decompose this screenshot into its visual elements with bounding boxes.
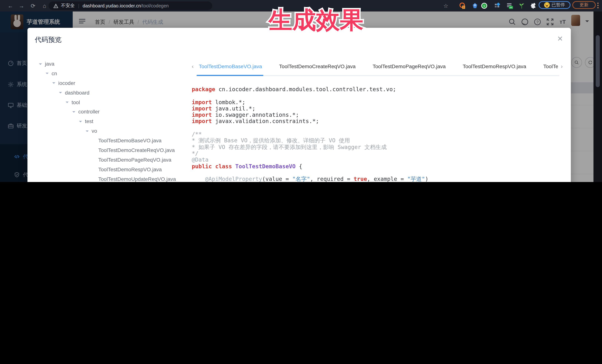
tree-node-label: iocoder bbox=[58, 79, 75, 88]
code-line bbox=[192, 170, 428, 176]
browser-update-button[interactable]: 更新 bbox=[572, 1, 596, 9]
bookmark-star-icon[interactable]: ☆ bbox=[441, 0, 450, 11]
file-tree: javacniocoderdashboardtoolcontrollertest… bbox=[27, 59, 187, 182]
tree-file[interactable]: ToolTestDemoCreateReqVO.java bbox=[27, 146, 187, 155]
svg-text:1: 1 bbox=[463, 6, 464, 9]
profile-emoji-icon bbox=[544, 2, 550, 8]
tab-active-underline bbox=[197, 75, 263, 76]
warning-icon bbox=[54, 3, 58, 8]
close-icon[interactable]: ✕ bbox=[556, 34, 565, 43]
extension-lamp-icon[interactable] bbox=[472, 3, 478, 9]
caret-down-icon[interactable] bbox=[86, 130, 89, 133]
extension-plant-icon[interactable] bbox=[518, 3, 525, 9]
tree-file[interactable]: ToolTestDemoRespVO.java bbox=[27, 165, 187, 175]
browser-reload-icon[interactable]: ⟳ bbox=[29, 0, 37, 11]
code-line: /** bbox=[192, 131, 428, 138]
code-line bbox=[192, 125, 428, 131]
file-tabs: ‹ ToolTestDemoBaseVO.javaToolTestDemoCre… bbox=[27, 60, 571, 77]
tree-file[interactable]: ToolTestDemoPageReqVO.java bbox=[27, 155, 187, 165]
tree-file[interactable]: ToolTestDemoUpdateReqVO.java bbox=[27, 174, 187, 182]
screen: 芋道管理系统 首页/研发工具/代码生成 ? ᴛT 首页系统管理基础设施研发工具 … bbox=[0, 0, 602, 182]
tabs-scroll-right-icon[interactable]: › bbox=[561, 60, 563, 72]
code-line: @Data bbox=[192, 157, 428, 164]
tree-node-label: ToolTestDemoCreateReqVO.java bbox=[98, 146, 175, 155]
tree-node-label: controller bbox=[78, 107, 100, 117]
extension-green-circle-icon[interactable]: v bbox=[481, 3, 487, 9]
code-line: package cn.iocoder.dashboard.modules.too… bbox=[192, 86, 428, 93]
url-path[interactable]: /tool/codegen bbox=[141, 3, 169, 8]
annotation-overlay: 生成效果 bbox=[249, 2, 383, 36]
browser-home-icon[interactable]: ⌂ bbox=[40, 0, 49, 11]
tab-ToolTestDemoRespVO.java[interactable]: ToolTestDemoRespVO.java bbox=[463, 60, 526, 72]
tree-folder[interactable]: tool bbox=[27, 98, 187, 107]
tree-node-label: ToolTestDemoUpdateReqVO.java bbox=[98, 174, 176, 182]
caret-down-icon[interactable] bbox=[66, 102, 69, 104]
tree-node-label: ToolTestDemoPageReqVO.java bbox=[98, 155, 171, 165]
code-line: @ApiModelProperty(value = "名字", required… bbox=[192, 176, 428, 182]
modal-title: 代码预览 bbox=[35, 36, 62, 43]
paused-label: 已暂停 bbox=[552, 2, 565, 8]
code-line: * 如果子 VO 存在差异的字段，请不要添加到这里，影响 Swagger 文档生… bbox=[192, 144, 428, 150]
address-bar[interactable]: 不安全 | dashboard.yudao.iocoder.cn/tool/co… bbox=[49, 1, 212, 10]
caret-down-icon[interactable] bbox=[79, 121, 82, 124]
code-line: * 测试示例 Base VO，提供给添加、修改、详细的子 VO 使用 bbox=[192, 138, 428, 144]
code-viewer: package cn.iocoder.dashboard.modules.too… bbox=[192, 86, 428, 182]
tree-folder[interactable]: controller bbox=[27, 107, 187, 117]
caret-down-icon[interactable] bbox=[59, 92, 62, 95]
extension-diamond-icon[interactable] bbox=[494, 3, 500, 9]
tree-node-label: dashboard bbox=[65, 88, 89, 98]
security-label[interactable]: 不安全 bbox=[61, 3, 75, 9]
code-line: */ bbox=[192, 150, 428, 157]
profile-paused-badge[interactable]: 已暂停 bbox=[538, 1, 570, 9]
url-domain[interactable]: dashboard.yudao.iocoder.cn bbox=[83, 3, 141, 8]
tree-node-label: ToolTestDemoRespVO.java bbox=[98, 165, 162, 175]
divider: | bbox=[78, 3, 79, 8]
tree-node-label: test bbox=[85, 117, 93, 127]
tree-node-label: ToolTestDemoBaseVO.java bbox=[98, 136, 161, 146]
tab-ToolTestDemoCreateReqVO.java[interactable]: ToolTestDemoCreateReqVO.java bbox=[279, 60, 355, 72]
tab-ToolTestDemoBaseVO.java[interactable]: ToolTestDemoBaseVO.java bbox=[199, 60, 262, 72]
tree-node-label: vo bbox=[92, 126, 97, 136]
tree-file[interactable]: ToolTestDemoBaseVO.java bbox=[27, 136, 187, 146]
tree-folder[interactable]: iocoder bbox=[27, 79, 187, 88]
tree-node-label: tool bbox=[72, 98, 80, 107]
svg-text:on: on bbox=[510, 6, 512, 9]
code-line: public class ToolTestDemoBaseVO { bbox=[192, 163, 428, 170]
code-line: import lombok.*; bbox=[192, 99, 428, 106]
tree-folder[interactable]: dashboard bbox=[27, 88, 187, 98]
caret-down-icon[interactable] bbox=[52, 83, 55, 85]
tree-folder[interactable]: test bbox=[27, 117, 187, 127]
code-line: import javax.validation.constraints.*; bbox=[192, 118, 428, 125]
code-line: import java.util.*; bbox=[192, 106, 428, 112]
browser-menu-icon[interactable]: ••• bbox=[596, 2, 599, 9]
extension-ghost-icon[interactable]: 1 bbox=[459, 3, 465, 9]
extension-list-on-icon[interactable]: on bbox=[507, 3, 513, 9]
tabs-scroll-left-icon[interactable]: ‹ bbox=[192, 60, 194, 72]
svg-text:v: v bbox=[484, 4, 485, 7]
browser-scrollbar-thumb[interactable] bbox=[596, 35, 600, 87]
browser-back-icon[interactable]: ← bbox=[6, 0, 15, 11]
browser-forward-icon[interactable]: → bbox=[17, 0, 26, 11]
extensions-puzzle-icon[interactable] bbox=[530, 3, 537, 9]
tab-ToolTestDemoPageReqVO.java[interactable]: ToolTestDemoPageReqVO.java bbox=[373, 60, 446, 72]
tree-folder[interactable]: vo bbox=[27, 126, 187, 136]
tab-ToolTestDemoUpdateReqVO.java[interactable]: ToolTestDemoUpdateReqVO.java bbox=[543, 60, 558, 72]
annotation-text: 生成效果 bbox=[268, 7, 364, 33]
code-line bbox=[192, 93, 428, 99]
caret-down-icon[interactable] bbox=[72, 111, 75, 114]
code-preview-modal: 代码预览 ✕ javacniocoderdashboardtoolcontrol… bbox=[27, 28, 571, 182]
code-line: import io.swagger.annotations.*; bbox=[192, 112, 428, 118]
